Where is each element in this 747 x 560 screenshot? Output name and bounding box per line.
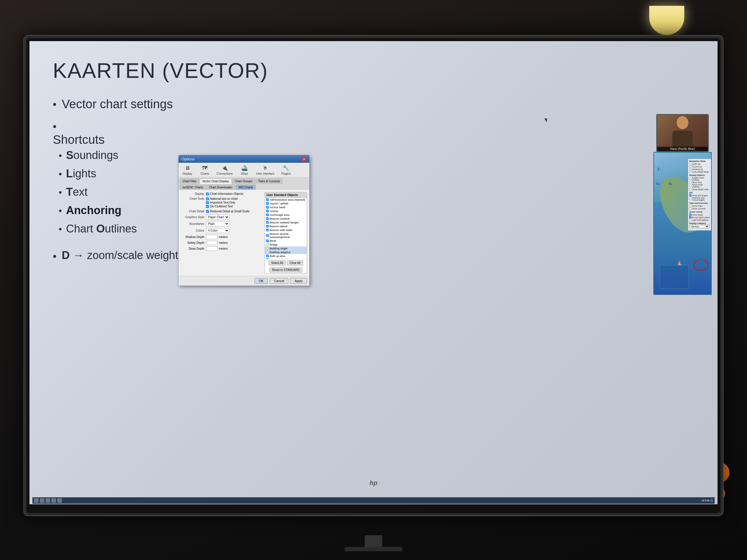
monitor-stand (344, 535, 403, 551)
colors-select[interactable]: 4 Color (206, 228, 229, 233)
toolbar-charts[interactable]: 🗺 Charts (199, 164, 211, 175)
objects-panel: User Standard Objects Administration are… (265, 192, 307, 273)
stand-base (344, 547, 403, 551)
cancel-button[interactable]: Cancel (269, 278, 288, 284)
chart-texts-row: Chart Texts National text on chart Impor… (181, 197, 263, 208)
chart-info-objects-checkbox[interactable] (206, 192, 209, 195)
toolbar-user-interface[interactable]: 🖱 User Interface (256, 164, 275, 175)
apply-button[interactable]: Apply (290, 278, 307, 284)
safety-depth-input[interactable]: 5.00 (206, 241, 218, 245)
display-options-title: Display Options (689, 174, 710, 176)
object-anchor-berth[interactable]: Anchor berth (265, 205, 307, 209)
reduced-detail-item[interactable]: Reduced Detail at Small Scale (206, 210, 263, 213)
shallow-depth-input[interactable]: 2.00 (206, 235, 218, 239)
sub-bullet-chart-outlines: Chart Outlines (59, 222, 137, 235)
taskbar-icon-5[interactable] (57, 498, 62, 503)
reduced-detail-label: Reduced Detail at Small Scale (210, 210, 250, 213)
tab-oesenc-charts[interactable]: oeSENC Charts (180, 185, 206, 190)
display-row: Display Chart Information Objects (181, 192, 263, 195)
toolbar-plugins-label: Plugins (281, 172, 291, 175)
depth-number-1: 2↑ (658, 167, 661, 171)
charts-icon: 🗺 (201, 164, 209, 171)
toolbar-ships-label: Ships (241, 172, 248, 175)
boundaries-row: Boundaries Plain (181, 221, 263, 226)
object-building-religious[interactable]: Building religious (265, 250, 307, 254)
object-administration-area[interactable]: Administration area (Named) (265, 198, 307, 202)
toolbar-display[interactable]: 🖥 Display (181, 164, 193, 175)
toolbar-plugins[interactable]: 🔧 Plugins (280, 164, 292, 175)
dialog-tabs: Chart Files Vector Chart Display Chart G… (179, 177, 309, 190)
plugins-icon: 🔧 (282, 164, 290, 171)
chart-detail-label: Chart Detail (181, 210, 204, 213)
dialog-close-button[interactable]: ✕ (302, 157, 306, 161)
graphics-style-select[interactable]: Paper Chart (206, 215, 229, 220)
ok-button[interactable]: OK (254, 278, 268, 284)
chart-sidebar-options: Navigation Mode North Up Course Up Headi… (688, 159, 711, 231)
clear-all-button[interactable]: Clear All (287, 261, 303, 265)
objects-list[interactable]: Administration area (Named) Airport / ai… (265, 198, 307, 259)
object-anchor[interactable]: Anchor (265, 209, 307, 213)
object-built-up-area[interactable]: Built-up area (265, 254, 307, 258)
decluttered-text-label: De-Cluttered Text (210, 205, 233, 208)
monitor-bezel: KAARTEN (VECTOR) Vector chart settings S… (27, 38, 720, 513)
tab-tides-currents[interactable]: Tides & Currents (256, 179, 283, 184)
dialog-body: Display Chart Information Objects Chart … (179, 190, 309, 276)
object-building-single[interactable]: Building single (265, 246, 307, 250)
ais-title: AIS (689, 192, 710, 194)
important-text-checkbox[interactable] (206, 201, 209, 204)
stand-neck (365, 535, 382, 547)
object-beacon-special[interactable]: Beacon special purpose/general (265, 232, 307, 239)
slide-title: KAARTEN (VECTOR) (53, 59, 315, 83)
taskbar-icon-4[interactable] (51, 498, 56, 503)
reset-standard-button[interactable]: Reset to STANDARD (269, 267, 302, 272)
objects-action-buttons: Select All Clear All (265, 259, 307, 267)
decluttered-text-item[interactable]: De-Cluttered Text (206, 205, 263, 208)
tab-chart-groups[interactable]: Chart Groups (232, 179, 255, 184)
taskbar-icon-3[interactable] (46, 498, 50, 503)
graphics-style-row: Graphics Style Paper Chart (181, 215, 263, 220)
boat-indicator: ⛵ (677, 261, 682, 265)
tab-vector-chart-display[interactable]: Vector Chart Display (200, 179, 231, 184)
webcam-person (671, 116, 694, 145)
object-beacon-cardinal[interactable]: Beacon cardinal (265, 217, 307, 220)
tab-chart-downloader[interactable]: Chart Downloader (206, 185, 235, 190)
important-text-item[interactable]: Important Text Only (206, 201, 263, 204)
tab-chart-files[interactable]: Chart Files (180, 179, 199, 184)
toolbar-display-label: Display (183, 172, 192, 175)
chart-info-objects-item[interactable]: Chart Information Objects (206, 192, 263, 195)
taskbar-icon-2[interactable] (40, 498, 44, 503)
select-all-button[interactable]: Select All (268, 261, 286, 265)
reduced-detail-checkbox[interactable] (206, 210, 209, 213)
toolbar-charts-label: Charts (201, 172, 209, 175)
object-beacon-lateral[interactable]: Beacon lateral (265, 224, 307, 228)
object-bridge[interactable]: Bridge (265, 243, 307, 246)
object-berth[interactable]: Berth (265, 239, 307, 243)
red-circle-annotation (694, 259, 708, 271)
boundaries-select[interactable]: Plain (206, 221, 229, 226)
object-airport[interactable]: Airport / airfield (265, 202, 307, 205)
object-beacon-isolated-danger[interactable]: Beacon isolated danger (265, 220, 307, 224)
toolbar-ships[interactable]: 🚢 Ships (239, 164, 250, 175)
monitor-frame: KAARTEN (VECTOR) Vector chart settings S… (23, 35, 724, 516)
webcam-person-label: Hans (Pacific Blue) (657, 147, 708, 151)
colors-row: Colors 4 Color (181, 228, 263, 233)
chart-info-objects-label: Chart Information Objects (210, 192, 243, 195)
toolbar-connections-label: Connections (216, 172, 233, 175)
nav-mode-title: Navigation Mode (689, 160, 710, 162)
options-dialog: Options ✕ 🖥 Display 🗺 Charts 🔌 C (178, 155, 310, 286)
national-text-checkbox[interactable] (206, 197, 209, 201)
deep-depth-input[interactable]: 10.00 (206, 246, 218, 251)
toolbar-connections[interactable]: 🔌 Connections (216, 164, 233, 175)
object-anchorage-area[interactable]: Anchorage area (265, 213, 307, 217)
display-category-title: Display Category (689, 222, 710, 224)
national-text-item[interactable]: National text on chart (206, 197, 263, 201)
decluttered-text-checkbox[interactable] (206, 205, 209, 208)
display-label: Display (181, 192, 204, 195)
objects-header: User Standard Objects (265, 192, 307, 198)
bullet-1: Vector chart settings (53, 97, 315, 111)
object-beacon-safe-water[interactable]: Beacon safe water (265, 228, 307, 232)
dialog-titlebar: Options ✕ (179, 155, 309, 163)
taskbar-icon-1[interactable] (34, 498, 38, 503)
tab-s63-charts[interactable]: S63 Charts (236, 185, 256, 190)
display-category-select[interactable]: Standard (689, 225, 710, 228)
